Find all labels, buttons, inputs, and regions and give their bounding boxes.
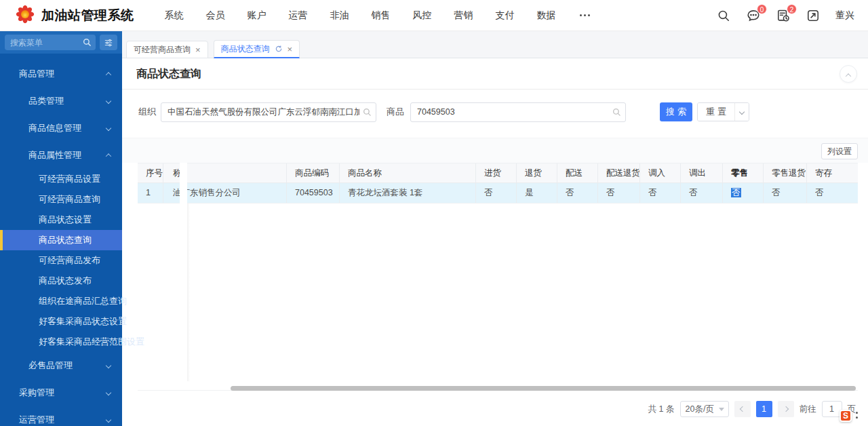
sidebar-item-goods-management[interactable]: 商品管理 <box>0 60 122 88</box>
main-content: 商品状态查询 组织 商品 搜索 重置 列设置 <box>122 58 868 426</box>
cell-retail: 否 <box>723 183 764 203</box>
prev-page-button[interactable] <box>734 401 751 417</box>
next-page-button[interactable] <box>778 401 794 417</box>
org-field-label: 组织 <box>138 106 156 118</box>
chevron-right-icon <box>783 406 788 412</box>
reset-button-group: 重置 <box>697 102 749 121</box>
screenshot-tool-overlay-icon[interactable]: S <box>840 410 852 422</box>
menu-filter-button[interactable] <box>100 35 117 50</box>
close-icon[interactable]: × <box>288 45 293 54</box>
sidebar-item-haoke-goods-status-setting[interactable]: 好客集采商品状态设置 <box>0 311 122 332</box>
refresh-icon[interactable] <box>275 45 283 53</box>
chevron-down-icon <box>106 363 111 368</box>
topnav-item-nonoil[interactable]: 非油 <box>330 9 349 22</box>
product-input[interactable] <box>410 102 626 122</box>
column-header-product-code: 商品编码 <box>287 163 340 182</box>
topbar-actions: 0 2 董兴 <box>716 0 854 31</box>
sidebar-item-operable-goods-publish[interactable]: 可经营商品发布 <box>0 250 122 271</box>
table-header-row: 序号 称 商品编码 商品名称 进货 退货 配送 配送退货 调入 调出 零售 零售… <box>138 163 858 183</box>
search-button[interactable]: 搜索 <box>660 102 692 121</box>
sidebar-item-label: 好客集采商品经营范围设置 <box>39 336 144 348</box>
sidebar-item-must-sell-management[interactable]: 必售品管理 <box>0 352 122 379</box>
search-icon[interactable] <box>716 8 731 23</box>
todo-list-icon[interactable]: 2 <box>776 8 791 23</box>
table-row[interactable]: 1 油广东销售分公司 70459503 青花龙坛酒套装 1套 否 是 否 否 否… <box>138 183 858 204</box>
cell-product-name: 青花龙坛酒套装 1套 <box>340 183 476 203</box>
org-field <box>161 102 376 122</box>
sidebar-item-label: 可经营商品发布 <box>39 254 100 267</box>
chevron-down-icon <box>106 390 111 395</box>
topnav-item-ops[interactable]: 运营 <box>289 9 308 22</box>
cell-purchase: 否 <box>476 183 517 203</box>
close-icon[interactable]: × <box>195 45 201 54</box>
sidebar-item-label: 可经营商品查询 <box>39 193 100 206</box>
brand: 加油站管理系统 <box>15 4 134 27</box>
reset-button[interactable]: 重置 <box>698 103 734 121</box>
chevron-down-icon <box>739 109 745 115</box>
fullscreen-icon[interactable] <box>806 8 821 23</box>
sidebar-item-operable-goods-setting[interactable]: 可经营商品设置 <box>0 169 122 189</box>
org-lookup-icon[interactable] <box>363 108 372 117</box>
cell-transfer-in: 否 <box>640 183 681 203</box>
sidebar-item-haoke-goods-scope-setting[interactable]: 好客集采商品经营范围设置 <box>0 332 122 352</box>
messages-icon[interactable]: 0 <box>746 8 761 23</box>
chevron-up-icon <box>106 72 111 77</box>
column-header-delivery: 配送 <box>557 163 598 182</box>
sidebar-item-category-management[interactable]: 品类管理 <box>0 88 122 115</box>
topnav-item-payment[interactable]: 支付 <box>496 9 515 22</box>
cell-delivery-return: 否 <box>598 183 640 203</box>
sidebar-item-goods-info-management[interactable]: 商品信息管理 <box>0 115 122 142</box>
sidebar-item-goods-status-setting[interactable]: 商品状态设置 <box>0 210 122 230</box>
sidebar-item-org-transit-goods-summary-query[interactable]: 组织在途商品汇总查询 <box>0 291 122 311</box>
column-header-transfer-out: 调出 <box>681 163 723 182</box>
cell-return: 是 <box>517 183 557 203</box>
sidebar-item-label: 商品属性管理 <box>28 149 81 161</box>
overlay-dots-icon <box>856 412 858 419</box>
topnav-item-data[interactable]: 数据 <box>537 9 556 22</box>
collapse-panel-button[interactable] <box>840 65 857 83</box>
goto-page-input[interactable] <box>822 401 842 417</box>
column-header-index: 序号 <box>138 163 163 182</box>
tab-bar: 可经营商品查询 × 商品状态查询 × <box>122 31 868 58</box>
column-settings-button[interactable]: 列设置 <box>821 143 858 159</box>
app-title: 加油站管理系统 <box>41 7 134 24</box>
product-lookup-icon[interactable] <box>612 108 621 117</box>
column-header-return: 退货 <box>517 163 557 182</box>
sidebar-item-operation-management[interactable]: 运营管理 <box>0 406 122 426</box>
sidebar-item-label: 必售品管理 <box>28 360 73 372</box>
search-icon[interactable] <box>83 38 92 47</box>
sidebar-item-operable-goods-query[interactable]: 可经营商品查询 <box>0 189 122 210</box>
sidebar-search-field <box>5 35 96 50</box>
sidebar-item-label: 好客集采商品状态设置 <box>39 315 127 328</box>
tab-goods-status-query[interactable]: 商品状态查询 × <box>214 40 300 58</box>
org-input[interactable] <box>161 102 376 122</box>
topnav-item-marketing[interactable]: 营销 <box>454 9 473 22</box>
column-header-retail: 零售 <box>723 163 764 182</box>
page-number-button[interactable]: 1 <box>756 401 772 417</box>
sidebar-item-purchase-management[interactable]: 采购管理 <box>0 379 122 406</box>
topnav-item-account[interactable]: 账户 <box>248 9 267 22</box>
more-menu-icon[interactable] <box>578 12 591 19</box>
topnav-item-system[interactable]: 系统 <box>165 9 184 22</box>
sidebar-item-goods-status-query[interactable]: 商品状态查询 <box>0 230 122 250</box>
tab-operable-goods-query[interactable]: 可经营商品查询 × <box>126 41 208 58</box>
cell-transfer-out: 否 <box>681 183 723 203</box>
column-header-transfer-in: 调入 <box>640 163 681 182</box>
sidebar-item-goods-status-publish[interactable]: 商品状态发布 <box>0 271 122 291</box>
reset-dropdown-button[interactable] <box>734 103 749 121</box>
page-size-value: 20条/页 <box>686 404 714 415</box>
chevron-down-icon <box>106 98 111 104</box>
horizontal-scrollbar[interactable] <box>231 386 856 391</box>
sidebar-menu: 商品管理 品类管理 商品信息管理 商品属性管理 可经营商品设置 可经营商品查询 … <box>0 54 122 426</box>
user-menu[interactable]: 董兴 <box>835 9 854 22</box>
topnav-item-risk[interactable]: 风控 <box>413 9 432 22</box>
cell-delivery: 否 <box>557 183 598 203</box>
sidebar-item-label: 可经营商品设置 <box>39 173 100 185</box>
menu-search-input[interactable] <box>5 35 96 50</box>
topbar: 加油站管理系统 系统 会员 账户 运营 非油 销售 风控 营销 支付 数据 0 <box>0 0 868 31</box>
topnav-item-sales[interactable]: 销售 <box>372 9 391 22</box>
cell-retail-return: 否 <box>764 183 807 203</box>
page-size-select[interactable]: 20条/页 <box>680 401 729 417</box>
sidebar-item-goods-attribute-management[interactable]: 商品属性管理 <box>0 142 122 169</box>
topnav-item-member[interactable]: 会员 <box>206 9 225 22</box>
